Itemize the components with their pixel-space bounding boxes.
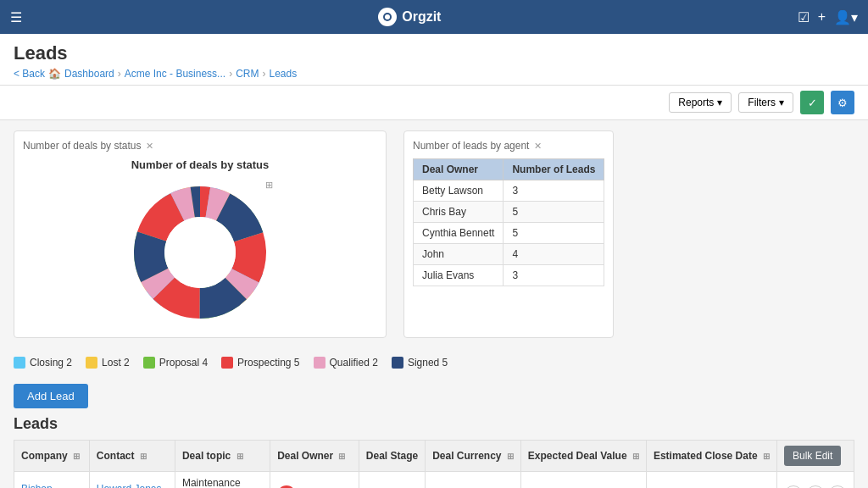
- blue-settings-button[interactable]: ⚙: [831, 91, 854, 114]
- expected-value-col-icon: ⊞: [632, 452, 639, 461]
- breadcrumb-arrow3: ›: [262, 68, 265, 80]
- breadcrumb-dashboard[interactable]: Dashboard: [64, 68, 114, 80]
- legend-color-dot: [314, 357, 326, 369]
- contact-cell: Howard Jones - Bishop Medical: [89, 472, 175, 489]
- col-bulk-edit: Bulk Edit: [776, 441, 854, 472]
- company-cell: Bishop Medical: [14, 472, 90, 489]
- agent-table-row: Julia Evans 3: [414, 265, 604, 286]
- filters-arrow-icon: ▾: [779, 97, 784, 108]
- data-table-body: Bishop Medical Howard Jones - Bishop Med…: [14, 472, 854, 489]
- legend-item: Qualified 2: [314, 357, 378, 369]
- orgzit-logo: [378, 8, 397, 26]
- add-lead-button[interactable]: Add Lead: [14, 384, 88, 408]
- contact-link[interactable]: Howard Jones - Bishop Medical: [97, 483, 168, 488]
- legend-label: Closing 2: [30, 357, 72, 369]
- toolbar-row: Reports ▾ Filters ▾ ✓ ⚙: [0, 86, 868, 120]
- col-contact: Contact ⊞: [89, 441, 175, 472]
- col-close-date: Estimated Close Date ⊞: [646, 441, 776, 472]
- leads-by-agent-table: Deal Owner Number of Leads Betty Lawson …: [413, 158, 604, 286]
- svg-point-1: [385, 14, 390, 19]
- page-title: Leads: [14, 42, 854, 64]
- breadcrumb-crm[interactable]: CRM: [236, 68, 259, 80]
- col-deal-currency: Deal Currency ⊞: [426, 441, 521, 472]
- agent-table-row: Betty Lawson 3: [414, 180, 604, 202]
- pie-chart-heading: Number of deals by status: [23, 158, 377, 171]
- close-date-col-icon: ⊞: [763, 452, 770, 461]
- add-lead-section: Add Lead: [0, 377, 868, 415]
- deals-chart-card-title: Number of deals by status ✕: [23, 140, 377, 152]
- agent-count-cell: 5: [504, 202, 604, 223]
- legend-item: Proposal 4: [143, 357, 208, 369]
- deal-currency-col-icon: ⊞: [507, 452, 514, 461]
- legend-label: Qualified 2: [330, 357, 378, 369]
- leads-data-table: Company ⊞ Contact ⊞ Deal topic ⊞ Deal Ow…: [14, 440, 854, 488]
- deal-owner-col-icon: ⊞: [338, 452, 345, 461]
- donut-center: [164, 217, 236, 288]
- agent-table-row: Cynthia Bennett 5: [414, 223, 604, 244]
- legend-color-dot: [143, 357, 155, 369]
- content-header: Leads < Back 🏠 Dashboard › Acme Inc - Bu…: [0, 34, 868, 86]
- leads-agent-title-text: Number of leads by agent: [413, 140, 529, 152]
- page-layout: Leads < Back 🏠 Dashboard › Acme Inc - Bu…: [0, 34, 868, 488]
- legend-item: Signed 5: [392, 357, 448, 369]
- agent-name-cell: John: [414, 244, 504, 265]
- breadcrumb-sep1: 🏠: [48, 68, 61, 80]
- agent-count-cell: 4: [504, 244, 604, 265]
- deals-chart-close-icon[interactable]: ✕: [146, 141, 153, 152]
- green-action-button[interactable]: ✓: [800, 91, 824, 114]
- reports-label: Reports: [678, 97, 714, 108]
- breadcrumb-company[interactable]: Acme Inc - Business...: [125, 68, 225, 80]
- agent-name-cell: Cynthia Bennett: [414, 223, 504, 244]
- agent-count-cell: 3: [504, 180, 604, 202]
- bulk-edit-button[interactable]: Bulk Edit: [784, 446, 841, 466]
- legend-item: Lost 2: [86, 357, 130, 369]
- company-col-icon: ⊞: [73, 452, 80, 461]
- legend-color-dot: [392, 357, 403, 369]
- nav-left: ☰: [10, 9, 22, 25]
- leads-agent-close-icon[interactable]: ✕: [534, 141, 542, 152]
- agent-table-row: Chris Bay 5: [414, 202, 604, 223]
- agent-count-cell: 3: [504, 265, 604, 286]
- legend-item: Prospecting 5: [221, 357, 299, 369]
- close-date-cell: 2016-03-11: [646, 472, 776, 489]
- hamburger-menu-icon[interactable]: ☰: [10, 9, 22, 25]
- col-deal-owner: Deal Owner ⊞: [270, 441, 359, 472]
- reports-arrow-icon: ▾: [717, 97, 722, 108]
- legend-label: Lost 2: [102, 357, 130, 369]
- chart-expand-icon[interactable]: ⊞: [265, 180, 273, 191]
- legend-label: Proposal 4: [159, 357, 208, 369]
- deals-by-status-chart-card: Number of deals by status ✕ Number of de…: [14, 130, 387, 338]
- charts-section: Number of deals by status ✕ Number of de…: [0, 120, 868, 348]
- company-link[interactable]: Bishop Medical: [21, 483, 56, 488]
- main-content: Leads < Back 🏠 Dashboard › Acme Inc - Bu…: [0, 34, 868, 488]
- agent-table-row: John 4: [414, 244, 604, 265]
- app-name: Orgzit: [402, 9, 441, 25]
- breadcrumb-back[interactable]: < Back: [14, 68, 45, 80]
- user-menu-icon[interactable]: 👤▾: [834, 9, 858, 25]
- breadcrumb: < Back 🏠 Dashboard › Acme Inc - Business…: [14, 68, 854, 80]
- reports-button[interactable]: Reports ▾: [669, 92, 732, 113]
- legend-item: Closing 2: [14, 357, 72, 369]
- filters-label: Filters: [748, 97, 776, 108]
- leads-section-title: Leads: [14, 415, 854, 433]
- deal-topic-cell: Maintenance Contract on TJ-199: [175, 472, 270, 489]
- deal-owner-header: Deal Owner: [414, 159, 504, 180]
- nav-center: Orgzit: [378, 8, 441, 26]
- col-company: Company ⊞: [14, 441, 90, 472]
- breadcrumb-arrow1: ›: [118, 68, 121, 80]
- filters-button[interactable]: Filters ▾: [738, 92, 793, 113]
- col-expected-value: Expected Deal Value ⊞: [520, 441, 646, 472]
- expected-value-cell: 950: [520, 472, 646, 489]
- check-icon[interactable]: ☑: [798, 9, 810, 25]
- add-icon[interactable]: +: [818, 9, 826, 25]
- top-navigation: ☰ Orgzit ☑ + 👤▾: [0, 0, 868, 34]
- deals-chart-title-text: Number of deals by status: [23, 140, 141, 152]
- leads-agent-chart-title: Number of leads by agent ✕: [413, 140, 604, 152]
- table-header-row: Deal Owner Number of Leads: [414, 159, 604, 180]
- table-row: Bishop Medical Howard Jones - Bishop Med…: [14, 472, 854, 489]
- legend-color-dot: [86, 357, 97, 369]
- pie-chart-area: ⊞: [124, 176, 276, 329]
- deal-owner-cell: CB Chris Bay: [270, 472, 359, 489]
- deal-currency-cell: INR: [426, 472, 521, 489]
- breadcrumb-leads[interactable]: Leads: [269, 68, 297, 80]
